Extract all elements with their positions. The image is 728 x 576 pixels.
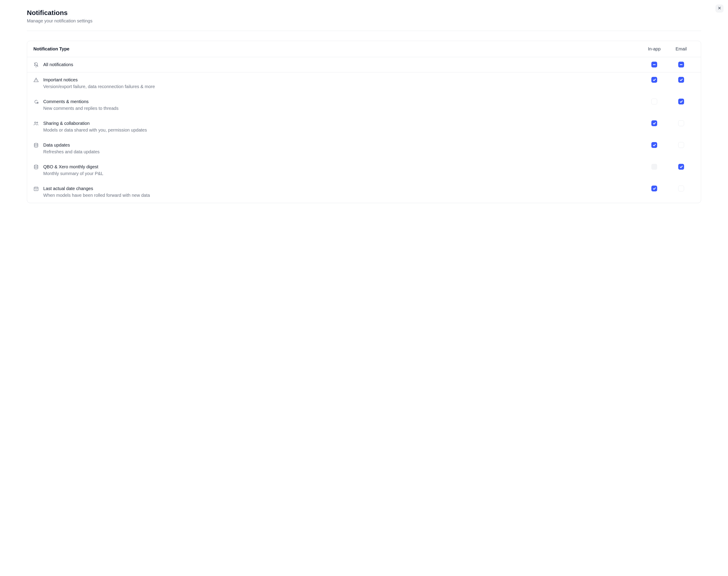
row-description: Version/export failure, data reconnectio… — [43, 83, 641, 90]
row-description: New comments and replies to threads — [43, 105, 641, 111]
close-button[interactable] — [716, 4, 724, 12]
inapp-checkbox[interactable] — [651, 98, 657, 105]
table-header: Notification Type In-app Email — [27, 41, 701, 57]
row-texts: All notifications — [43, 62, 641, 68]
row-texts: Sharing & collaborationModels or data sh… — [43, 120, 641, 133]
table-row: Last actual date changesWhen models have… — [27, 181, 701, 203]
column-header-inapp: In-app — [641, 47, 668, 52]
table-row: All notifications — [27, 57, 701, 73]
table-row: Comments & mentionsNew comments and repl… — [27, 94, 701, 116]
table-row: Data updatesRefreshes and data updates — [27, 138, 701, 160]
email-checkbox[interactable] — [678, 120, 684, 126]
users-icon — [33, 121, 39, 126]
row-description: Refreshes and data updates — [43, 149, 641, 155]
row-title: Last actual date changes — [43, 185, 641, 192]
row-texts: QBO & Xero monthly digestMonthly summary… — [43, 164, 641, 177]
inapp-checkbox[interactable] — [651, 142, 657, 148]
row-description: Monthly summary of your P&L — [43, 170, 641, 177]
row-texts: Important noticesVersion/export failure,… — [43, 77, 641, 90]
bell-off-icon — [33, 62, 39, 67]
row-texts: Data updatesRefreshes and data updates — [43, 142, 641, 155]
comments-icon — [33, 99, 39, 105]
rows-container: All notificationsImportant noticesVersio… — [27, 57, 701, 203]
inapp-checkbox[interactable] — [651, 120, 657, 126]
calendar-icon — [33, 186, 39, 192]
row-description: When models have been rolled forward wit… — [43, 192, 641, 198]
column-header-type: Notification Type — [33, 47, 641, 52]
table-row: Sharing & collaborationModels or data sh… — [27, 116, 701, 138]
email-checkbox[interactable] — [678, 62, 684, 67]
email-checkbox[interactable] — [678, 185, 684, 192]
row-title: Data updates — [43, 142, 641, 148]
column-header-email: Email — [668, 47, 695, 52]
inapp-checkbox[interactable] — [651, 185, 657, 192]
row-title: All notifications — [43, 62, 641, 68]
page-title: Notifications — [27, 9, 701, 17]
close-icon — [718, 6, 722, 11]
row-title: Sharing & collaboration — [43, 120, 641, 126]
table-row: QBO & Xero monthly digestMonthly summary… — [27, 160, 701, 181]
email-checkbox[interactable] — [678, 98, 684, 105]
inapp-checkbox[interactable] — [651, 62, 657, 67]
inapp-checkbox[interactable] — [651, 77, 657, 83]
database-icon — [33, 164, 39, 170]
database-icon — [33, 143, 39, 148]
row-title: QBO & Xero monthly digest — [43, 164, 641, 170]
warning-icon — [33, 77, 39, 83]
page-subtitle: Manage your notification settings — [27, 18, 701, 24]
row-texts: Last actual date changesWhen models have… — [43, 185, 641, 198]
email-checkbox[interactable] — [678, 77, 684, 83]
row-title: Comments & mentions — [43, 98, 641, 105]
table-row: Important noticesVersion/export failure,… — [27, 73, 701, 94]
inapp-checkbox — [651, 164, 657, 170]
email-checkbox[interactable] — [678, 164, 684, 170]
divider — [27, 31, 701, 31]
email-checkbox[interactable] — [678, 142, 684, 148]
row-texts: Comments & mentionsNew comments and repl… — [43, 98, 641, 111]
notifications-card: Notification Type In-app Email All notif… — [27, 41, 701, 203]
row-title: Important notices — [43, 77, 641, 83]
row-description: Models or data shared with you, permissi… — [43, 127, 641, 133]
